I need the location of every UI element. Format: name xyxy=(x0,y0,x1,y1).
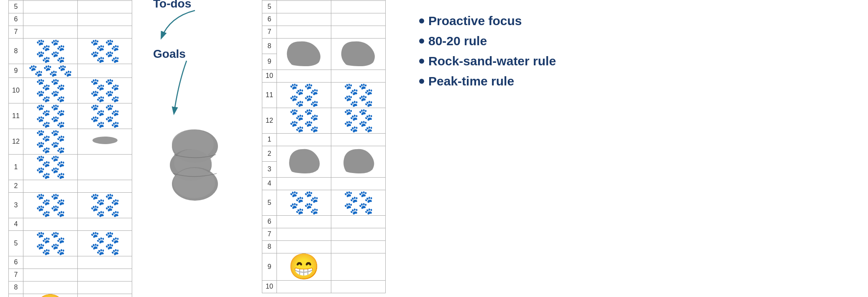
table-row: 6 xyxy=(9,13,132,26)
middle-area: To-dos Goals xyxy=(149,0,245,232)
list-item: Peak-time rule xyxy=(419,74,556,88)
bullet-text: Rock-sand-water rule xyxy=(428,54,556,68)
rocks-pile xyxy=(161,121,228,207)
table-row: 9 😢 xyxy=(9,294,132,297)
table-row: 9 🐾🐾🐾 xyxy=(9,64,132,77)
table-row: 6 xyxy=(9,256,132,269)
table-row: 5 xyxy=(9,0,132,13)
table-row: 10 xyxy=(262,70,386,82)
sad-emoji: 😢 xyxy=(35,293,66,297)
table-row: 4 xyxy=(262,177,386,190)
todos-icon: 🐾🐾🐾🐾 xyxy=(36,129,65,154)
table-row: 7 xyxy=(9,26,132,38)
todos-icon: 🐾🐾🐾🐾 xyxy=(36,193,65,217)
todos-icon: 🐾🐾🐾🐾 xyxy=(90,78,120,103)
table-row: 8 xyxy=(262,38,386,54)
big-rock-icon xyxy=(283,39,325,67)
table-row: 11 🐾🐾🐾🐾 🐾🐾🐾🐾 xyxy=(9,103,132,129)
todos-icon: 🐾🐾🐾🐾 xyxy=(36,39,65,63)
table-row: 6 xyxy=(262,13,386,26)
svg-point-6 xyxy=(173,168,215,198)
big-rock-icon xyxy=(338,39,379,67)
todos-icon: 🐾🐾🐾🐾 xyxy=(344,190,373,215)
after-table: Monday Tuesday 5 6 7 xyxy=(262,0,386,293)
list-item: 80-20 rule xyxy=(419,34,556,48)
goals-arrow-icon xyxy=(153,59,203,117)
table-row: 12 🐾🐾🐾🐾 xyxy=(9,129,132,154)
todos-icon: 🐾🐾🐾🐾 xyxy=(344,108,373,133)
bullet-dot-icon xyxy=(419,59,424,64)
table-row: 4 xyxy=(9,218,132,230)
table-row: 8 xyxy=(9,281,132,294)
todos-icon: 🐾🐾🐾 xyxy=(28,64,72,77)
todos-icon: 🐾🐾🐾🐾 xyxy=(36,103,65,128)
table-row: 5 🐾🐾🐾🐾 🐾🐾🐾🐾 xyxy=(262,190,386,215)
after-section: After Monday Tuesday 5 6 xyxy=(262,0,386,293)
todos-icon: 🐾🐾🐾🐾 xyxy=(36,231,65,256)
svg-point-0 xyxy=(92,137,118,144)
todos-label-area: To-dos xyxy=(153,0,203,42)
bullet-list: Proactive focus 80-20 rule Rock-sand-wat… xyxy=(419,14,556,88)
table-row: 10 xyxy=(262,280,386,293)
table-row: 3 🐾🐾🐾🐾 🐾🐾🐾🐾 xyxy=(9,192,132,218)
table-row: 8 🐾🐾🐾🐾 🐾🐾🐾🐾 xyxy=(9,38,132,64)
todos-icon: 🐾🐾🐾🐾 xyxy=(289,190,319,215)
goals-label-area: Goals xyxy=(153,47,203,117)
todos-icon: 🐾🐾🐾🐾 xyxy=(36,78,65,103)
todos-icon: 🐾🐾🐾🐾 xyxy=(289,108,319,133)
before-section: Before Monday Tuesday 5 6 xyxy=(8,0,132,297)
todos-icon: 🐾🐾🐾🐾 xyxy=(90,39,120,63)
bullet-dot-icon xyxy=(419,79,424,84)
table-row: 10 🐾🐾🐾🐾 🐾🐾🐾🐾 xyxy=(9,77,132,103)
table-row: 5 xyxy=(262,0,386,13)
todos-arrow-icon xyxy=(153,8,203,42)
todos-icon: 🐾🐾🐾🐾 xyxy=(36,155,65,179)
table-row: 5 🐾🐾🐾🐾 🐾🐾🐾🐾 xyxy=(9,230,132,256)
todos-label: To-dos xyxy=(153,0,191,10)
table-row: 9 😁 xyxy=(262,253,386,280)
table-row: 11 🐾🐾🐾🐾 🐾🐾🐾🐾 xyxy=(262,82,386,108)
table-row: 8 xyxy=(262,240,386,253)
happy-emoji: 😁 xyxy=(288,253,320,281)
table-row: 6 xyxy=(262,215,386,228)
todos-icon: 🐾🐾🐾🐾 xyxy=(90,193,120,217)
bullet-text: Proactive focus xyxy=(428,14,522,28)
bullet-dot-icon xyxy=(419,39,424,44)
medium-rock-icon xyxy=(285,147,323,174)
list-item: Proactive focus xyxy=(419,14,556,28)
medium-rock-icon xyxy=(340,147,377,174)
table-row: 7 xyxy=(262,26,386,38)
table-row: 1 🐾🐾🐾🐾 xyxy=(9,154,132,180)
todos-icon: 🐾🐾🐾🐾 xyxy=(344,83,373,107)
bullet-list-area: Proactive focus 80-20 rule Rock-sand-wat… xyxy=(411,0,556,94)
table-row: 2 xyxy=(262,146,386,162)
rocks-pile-icon xyxy=(161,121,228,205)
small-rock-icon xyxy=(90,136,120,145)
todos-icon: 🐾🐾🐾🐾 xyxy=(289,83,319,107)
table-row: 7 xyxy=(9,269,132,281)
bullet-text: Peak-time rule xyxy=(428,74,514,88)
table-row: 2 xyxy=(9,180,132,192)
bullet-dot-icon xyxy=(419,18,424,23)
bullet-text: 80-20 rule xyxy=(428,34,487,48)
table-row: 1 xyxy=(262,133,386,146)
list-item: Rock-sand-water rule xyxy=(419,54,556,68)
table-row: 7 xyxy=(262,228,386,240)
before-table: Monday Tuesday 5 6 7 xyxy=(8,0,132,297)
table-row: 12 🐾🐾🐾🐾 🐾🐾🐾🐾 xyxy=(262,108,386,133)
todos-icon: 🐾🐾🐾🐾 xyxy=(90,103,120,128)
todos-icon: 🐾🐾🐾🐾 xyxy=(90,231,120,256)
goals-label: Goals xyxy=(153,47,186,60)
